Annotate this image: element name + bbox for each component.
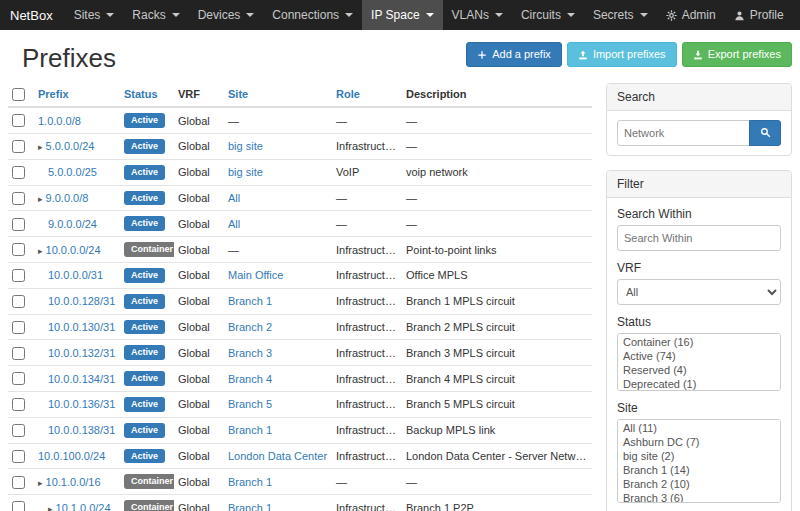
nav-item-devices[interactable]: Devices	[189, 0, 264, 30]
checkbox-cell	[8, 314, 34, 340]
prefix-link[interactable]: 10.0.0.132/31	[48, 347, 115, 359]
row-checkbox[interactable]	[12, 347, 25, 360]
table-row: ▸10.0.0.0/24ContainerGlobal—Infrastructu…	[8, 237, 592, 263]
row-checkbox[interactable]	[12, 243, 25, 256]
site-link[interactable]: London Data Center	[228, 450, 327, 462]
import-prefixes-button[interactable]: Import prefixes	[567, 42, 677, 67]
prefix-link[interactable]: 10.0.0.0/24	[46, 244, 101, 256]
prefix-link[interactable]: 10.0.0.0/31	[48, 269, 103, 281]
checkbox-cell	[8, 107, 34, 133]
prefix-link[interactable]: 5.0.0.0/25	[48, 166, 97, 178]
nav-item-secrets[interactable]: Secrets	[584, 0, 657, 30]
status-badge: Container	[124, 242, 174, 257]
site-link[interactable]: Branch 5	[228, 398, 272, 410]
row-checkbox[interactable]	[12, 192, 25, 205]
add-a-prefix-button[interactable]: Add a prefix	[466, 42, 562, 67]
chevron-down-icon	[246, 13, 254, 17]
site-filter-select[interactable]: All (11)Ashburn DC (7)big site (2)Branch…	[617, 419, 781, 503]
row-checkbox[interactable]	[12, 450, 25, 463]
nav-item-vlans[interactable]: VLANs	[443, 0, 512, 30]
prefix-link[interactable]: 1.0.0.0/8	[38, 115, 81, 127]
column-header-status[interactable]: Status	[120, 83, 174, 108]
nav-item-sites[interactable]: Sites	[65, 0, 124, 30]
prefix-link[interactable]: 5.0.0.0/24	[46, 140, 95, 152]
nav-item-ip-space[interactable]: IP Space	[362, 0, 442, 30]
row-checkbox[interactable]	[12, 398, 25, 411]
search-button[interactable]	[749, 120, 781, 146]
site-link[interactable]: Branch 1	[228, 424, 272, 436]
status-filter-option[interactable]: Container (16)	[619, 335, 779, 349]
nav-profile[interactable]: Profile	[725, 0, 793, 30]
nav-admin[interactable]: Admin	[657, 0, 725, 30]
prefix-cell: ▸9.0.0.0/8	[34, 185, 120, 211]
brand-logo[interactable]: NetBox	[10, 0, 53, 30]
prefix-list-area: PrefixStatusVRFSiteRoleDescription 1.0.0…	[8, 83, 592, 511]
site-link[interactable]: Main Office	[228, 269, 283, 281]
row-checkbox[interactable]	[12, 114, 25, 127]
export-prefixes-button[interactable]: Export prefixes	[682, 42, 792, 67]
site-link[interactable]: Branch 3	[228, 347, 272, 359]
nav-item-racks[interactable]: Racks	[123, 0, 188, 30]
prefix-link[interactable]: 10.1.0.0/24	[56, 502, 111, 511]
checkbox-cell	[8, 366, 34, 392]
prefix-link[interactable]: 9.0.0.0/24	[48, 218, 97, 230]
row-checkbox[interactable]	[12, 140, 25, 153]
prefix-cell: 10.0.0.132/31	[34, 340, 120, 366]
site-link[interactable]: Branch 4	[228, 373, 272, 385]
column-header-role[interactable]: Role	[332, 83, 402, 108]
nav-item-circuits[interactable]: Circuits	[512, 0, 584, 30]
plus-icon	[477, 50, 487, 60]
row-checkbox[interactable]	[12, 295, 25, 308]
prefix-link[interactable]: 10.0.100.0/24	[38, 450, 105, 462]
site-link[interactable]: Branch 1	[228, 295, 272, 307]
status-filter-option[interactable]: Reserved (4)	[619, 363, 779, 377]
description-cell: —	[402, 469, 592, 495]
row-checkbox[interactable]	[12, 476, 25, 489]
prefix-link[interactable]: 10.0.0.130/31	[48, 321, 115, 333]
row-checkbox[interactable]	[12, 269, 25, 282]
prefix-link[interactable]: 9.0.0.0/8	[46, 192, 89, 204]
checkbox-cell	[8, 159, 34, 185]
export-icon	[693, 50, 703, 60]
prefix-link[interactable]: 10.1.0.0/16	[46, 476, 101, 488]
role-cell: VoIP	[332, 159, 402, 185]
site-filter-option[interactable]: Branch 2 (10)	[619, 477, 779, 491]
site-link[interactable]: All	[228, 218, 240, 230]
column-header-site[interactable]: Site	[224, 83, 332, 108]
status-cell: Active	[120, 288, 174, 314]
row-checkbox[interactable]	[12, 501, 25, 511]
site-link[interactable]: All	[228, 192, 240, 204]
prefix-link[interactable]: 10.0.0.136/31	[48, 398, 115, 410]
prefix-link[interactable]: 10.0.0.134/31	[48, 373, 115, 385]
row-checkbox[interactable]	[12, 321, 25, 334]
prefix-link[interactable]: 10.0.0.128/31	[48, 295, 115, 307]
button-label: Import prefixes	[593, 47, 666, 62]
search-input[interactable]	[617, 120, 750, 146]
status-filter-select[interactable]: Container (16)Active (74)Reserved (4)Dep…	[617, 333, 781, 391]
site-filter-option[interactable]: big site (2)	[619, 449, 779, 463]
site-link[interactable]: Branch 2	[228, 321, 272, 333]
site-link[interactable]: Branch 1	[228, 502, 272, 511]
vrf-select[interactable]: All	[617, 279, 781, 305]
select-all-checkbox[interactable]	[12, 88, 25, 101]
row-checkbox[interactable]	[12, 166, 25, 179]
status-badge: Active	[124, 268, 165, 283]
row-checkbox[interactable]	[12, 424, 25, 437]
nav-item-connections[interactable]: Connections	[263, 0, 362, 30]
status-filter-option[interactable]: Active (74)	[619, 349, 779, 363]
site-link[interactable]: big site	[228, 166, 263, 178]
site-cell: big site	[224, 133, 332, 159]
site-link[interactable]: Branch 1	[228, 476, 272, 488]
nav-log-out[interactable]: Log out	[793, 0, 800, 30]
site-link[interactable]: big site	[228, 140, 263, 152]
row-checkbox[interactable]	[12, 372, 25, 385]
site-filter-option[interactable]: Ashburn DC (7)	[619, 435, 779, 449]
column-header-prefix[interactable]: Prefix	[34, 83, 120, 108]
status-filter-option[interactable]: Deprecated (1)	[619, 377, 779, 391]
site-filter-option[interactable]: Branch 1 (14)	[619, 463, 779, 477]
search-within-input[interactable]	[617, 225, 781, 251]
prefix-link[interactable]: 10.0.0.138/31	[48, 424, 115, 436]
site-filter-option[interactable]: All (11)	[619, 421, 779, 435]
site-filter-option[interactable]: Branch 3 (6)	[619, 491, 779, 503]
row-checkbox[interactable]	[12, 218, 25, 231]
